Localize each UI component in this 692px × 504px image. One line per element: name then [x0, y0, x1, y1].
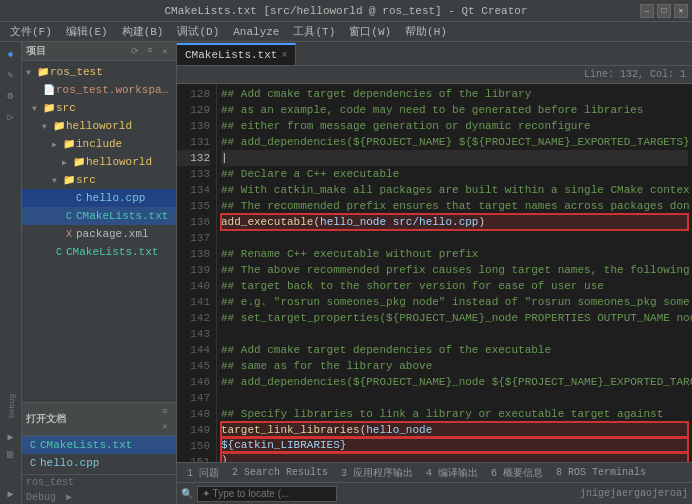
line-151: 151: [177, 454, 210, 462]
minimize-button[interactable]: —: [640, 4, 654, 18]
code-text-142: ## set_target_properties(${PROJECT_NAME}…: [221, 310, 692, 326]
line-info-bar: Line: 132, Col: 1: [177, 66, 692, 84]
code-line-148: ## Specify libraries to link a library o…: [221, 406, 688, 422]
code-line-142: ## set_target_properties(${PROJECT_NAME}…: [221, 310, 688, 326]
search-input[interactable]: [197, 486, 337, 502]
bottom-tabs: 1 问题 2 Search Results 3 应用程序输出 4 编译输出 6 …: [177, 462, 692, 482]
xml-icon: X: [62, 229, 76, 240]
open-files-menu-btn[interactable]: ≡: [158, 405, 172, 419]
file-tree-panel: 项目 ⟳ ≡ ✕ ▼ 📁 ros_test 📄 ros_test.workspa…: [22, 42, 177, 504]
code-line-151: ): [221, 452, 688, 462]
tree-arrow-src2: ▼: [52, 176, 62, 185]
menu-bar: 文件(F)编辑(E)构建(B)调试(D)Analyze工具(T)窗口(W)帮助(…: [0, 22, 692, 42]
tab-ros-terminals[interactable]: 8 ROS Terminals: [550, 464, 652, 482]
tab-compile-output[interactable]: 4 编译输出: [420, 464, 484, 482]
menu-item-b[interactable]: 构建(B): [116, 23, 170, 41]
sidebar-icons: ◈ ✎ ⚙ ▷ Debug ▶ 项目 ▶: [0, 42, 22, 504]
tab-issues[interactable]: 1 问题: [181, 464, 225, 482]
code-text-130: ## either from message generation or dyn…: [221, 118, 591, 134]
menu-item-d[interactable]: 调试(D): [171, 23, 225, 41]
open-file-hello[interactable]: C hello.cpp: [22, 454, 176, 472]
tree-label-cmake: CMakeLists.txt: [76, 210, 168, 222]
menu-item-e[interactable]: 编辑(E): [60, 23, 114, 41]
tree-item-hellocpp[interactable]: C hello.cpp: [22, 189, 176, 207]
tree-label-include: include: [76, 138, 122, 150]
code-line-138: ## Rename C++ executable without prefix: [221, 246, 688, 262]
tree-item-src[interactable]: ▼ 📁 src: [22, 99, 176, 117]
code-area[interactable]: 128 129 130 131 132 133 134 135 136 137 …: [177, 84, 692, 462]
code-text-139: ## The above recommended prefix causes l…: [221, 262, 690, 278]
code-text-149-var: hello_node: [366, 422, 432, 438]
code-line-141: ## e.g. "rosrun someones_pkg node" inste…: [221, 294, 688, 310]
status-text: jnigejaergaojeroaj: [580, 488, 688, 499]
menu-item-f[interactable]: 文件(F): [4, 23, 58, 41]
tree-item-workspace[interactable]: 📄 ros_test.workspace: [22, 81, 176, 99]
line-144: 144: [177, 342, 210, 358]
menu-item-w[interactable]: 窗口(W): [343, 23, 397, 41]
sidebar-icon-project[interactable]: ◈: [1, 44, 21, 64]
tree-item-include[interactable]: ▶ 📁 include: [22, 135, 176, 153]
open-cpp-label: hello.cpp: [40, 457, 99, 469]
line-133: 133: [177, 166, 210, 182]
panel-controls: ⟳ ≡ ✕: [128, 44, 172, 58]
line-142: 142: [177, 310, 210, 326]
sidebar-icon-run[interactable]: ▶: [1, 484, 21, 504]
tree-item-cmakelists2[interactable]: C CMakeLists.txt: [22, 243, 176, 261]
open-cpp-icon: C: [26, 458, 40, 469]
tree-label-src2: src: [76, 174, 96, 186]
code-text-150-var: ${catkin_LIBRARIES}: [221, 437, 346, 453]
file-tree-title: 项目: [26, 44, 46, 58]
tree-item-helloworld2[interactable]: ▶ 📁 helloworld: [22, 153, 176, 171]
sidebar-icon-bottom1[interactable]: Debug: [1, 386, 21, 426]
open-cmake-label: CMakeLists.txt: [40, 439, 132, 451]
tab-app-output[interactable]: 3 应用程序输出: [335, 464, 419, 482]
code-line-139: ## The above recommended prefix causes l…: [221, 262, 688, 278]
sidebar-icon-play[interactable]: ▶: [1, 427, 21, 447]
close-button[interactable]: ✕: [674, 4, 688, 18]
sidebar-icon-bottom2[interactable]: 项目: [1, 448, 21, 483]
tab-search-results[interactable]: 2 Search Results: [226, 464, 334, 482]
menu-item-t[interactable]: 工具(T): [287, 23, 341, 41]
code-content[interactable]: ## Add cmake target dependencies of the …: [217, 84, 692, 462]
tree-item-cmakelists[interactable]: C CMakeLists.txt: [22, 207, 176, 225]
tree-item-helloworld[interactable]: ▼ 📁 helloworld: [22, 117, 176, 135]
tree-label-src: src: [56, 102, 76, 114]
tree-label-cmake2: CMakeLists.txt: [66, 246, 158, 258]
search-icon: 🔍: [181, 488, 193, 500]
folder-icon-src: 📁: [42, 102, 56, 114]
folder-icon-src2: 📁: [62, 174, 76, 186]
line-col-info: Line: 132, Col: 1: [584, 69, 686, 80]
folder-icon-helloworld: 📁: [52, 120, 66, 132]
maximize-button[interactable]: □: [657, 4, 671, 18]
open-file-cmake[interactable]: C CMakeLists.txt: [22, 436, 176, 454]
tree-item-ros_test[interactable]: ▼ 📁 ros_test: [22, 63, 176, 81]
tab-cmakelists[interactable]: CMakeLists.txt ×: [177, 43, 296, 65]
panel-sync-btn[interactable]: ⟳: [128, 44, 142, 58]
tab-close-btn[interactable]: ×: [281, 50, 287, 61]
code-line-149: target_link_libraries ( hello_node: [221, 422, 688, 438]
sidebar-icon-build[interactable]: ⚙: [1, 86, 21, 106]
menu-item-analyze[interactable]: Analyze: [227, 23, 285, 41]
open-files-close-btn[interactable]: ✕: [158, 419, 172, 433]
menu-item-h[interactable]: 帮助(H): [399, 23, 453, 41]
code-text-136-var: hello_node src/hello.cpp: [320, 214, 478, 230]
title-bar: CMakeLists.txt [src/helloworld @ ros_tes…: [0, 0, 692, 22]
panel-menu-btn[interactable]: ≡: [143, 44, 157, 58]
window-controls[interactable]: — □ ✕: [640, 4, 688, 18]
code-text-148: ## Specify libraries to link a library o…: [221, 406, 663, 422]
code-line-145: ## same as for the library above: [221, 358, 688, 374]
tab-summary[interactable]: 6 概要信息: [485, 464, 549, 482]
sidebar-icon-edit[interactable]: ✎: [1, 65, 21, 85]
code-line-144: ## Add cmake target dependencies of the …: [221, 342, 688, 358]
panel-close-btn[interactable]: ✕: [158, 44, 172, 58]
tree-item-src2[interactable]: ▼ 📁 src: [22, 171, 176, 189]
line-135: 135: [177, 198, 210, 214]
line-130: 130: [177, 118, 210, 134]
sidebar-icon-debug[interactable]: ▷: [1, 107, 21, 127]
tree-item-packagexml[interactable]: X package.xml: [22, 225, 176, 243]
tree-arrow-src: ▼: [32, 104, 42, 113]
line-149: 149: [177, 422, 210, 438]
play-btn-small[interactable]: ▶: [66, 492, 72, 503]
window-title: CMakeLists.txt [src/helloworld @ ros_tes…: [164, 5, 527, 17]
code-text-141: ## e.g. "rosrun someones_pkg node" inste…: [221, 294, 690, 310]
